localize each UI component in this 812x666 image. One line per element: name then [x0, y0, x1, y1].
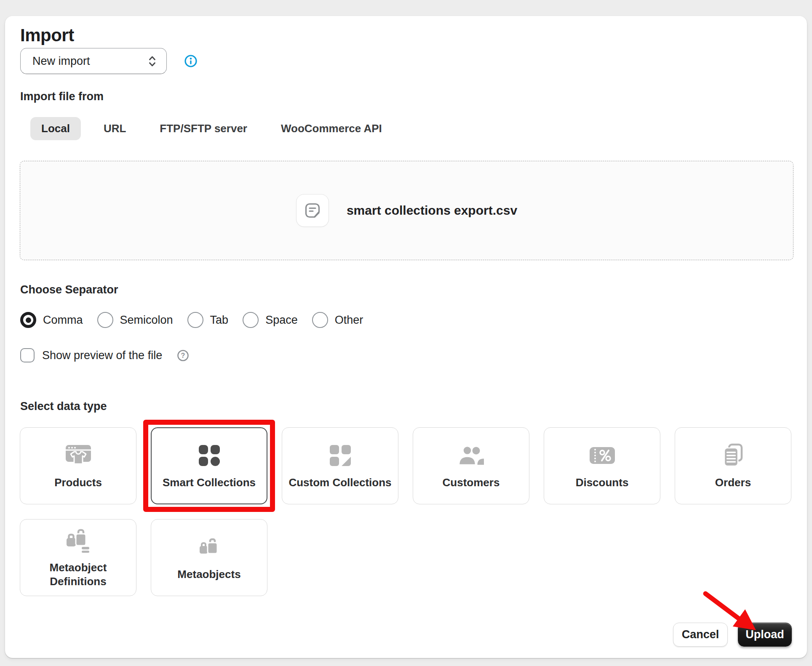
data-type-row-1: Products Smart Collections	[20, 427, 793, 504]
data-type-label: Customers	[443, 476, 500, 490]
import-type-select-value: New import	[32, 55, 147, 68]
preview-row: Show preview of the file ?	[20, 348, 189, 362]
tab-url[interactable]: URL	[93, 117, 137, 140]
radio-tab[interactable]	[187, 312, 203, 328]
data-type-label: Smart Collections	[163, 476, 256, 490]
radio-group-space: Space	[243, 312, 298, 328]
data-type-label: Metaobject Definitions	[26, 561, 130, 588]
help-icon[interactable]: ?	[177, 349, 189, 362]
source-tabs: Local URL FTP/SFTP server WooCommerce AP…	[30, 117, 393, 140]
data-type-label: Custom Collections	[288, 476, 391, 490]
data-type-label: Metaobjects	[177, 567, 240, 581]
metaobject-definitions-icon	[66, 527, 91, 554]
show-preview-checkbox[interactable]	[20, 348, 35, 362]
info-icon[interactable]	[184, 54, 198, 68]
data-type-card-orders[interactable]: Orders	[675, 427, 791, 504]
import-type-select[interactable]: New import	[20, 48, 167, 74]
data-type-row-2: Metaobject Definitions Metaobjects	[20, 519, 793, 596]
data-type-card-metaobject-definitions[interactable]: Metaobject Definitions	[20, 519, 136, 596]
smart-collections-highlight-wrap: Smart Collections	[151, 427, 267, 504]
section-heading-datatype: Select data type	[20, 400, 107, 413]
data-type-label: Orders	[715, 476, 751, 490]
radio-tab-label: Tab	[210, 314, 229, 327]
page-title: Import	[20, 25, 74, 45]
data-type-label: Products	[54, 476, 102, 490]
discounts-icon	[589, 442, 615, 469]
file-dropzone[interactable]: smart collections export.csv	[20, 161, 793, 260]
radio-comma-label: Comma	[43, 314, 83, 327]
import-dialog-card: Import New import Import file from Local…	[5, 16, 807, 658]
radio-space-label: Space	[265, 314, 298, 327]
custom-collections-icon	[329, 442, 352, 469]
radio-group-other: Other	[312, 312, 363, 328]
data-type-card-smart-collections[interactable]: Smart Collections	[151, 427, 267, 504]
tab-ftp-sftp[interactable]: FTP/SFTP server	[149, 117, 258, 140]
metaobjects-icon	[199, 534, 220, 561]
radio-group-comma: Comma	[20, 312, 83, 328]
svg-text:?: ?	[181, 352, 185, 359]
radio-semicolon[interactable]	[97, 312, 113, 328]
show-preview-label: Show preview of the file	[42, 349, 162, 362]
chevron-updown-icon	[147, 55, 157, 68]
upload-button[interactable]: Upload	[738, 623, 792, 647]
radio-other[interactable]	[312, 312, 328, 328]
data-type-card-custom-collections[interactable]: Custom Collections	[282, 427, 398, 504]
radio-comma[interactable]	[20, 312, 36, 328]
radio-other-label: Other	[335, 314, 363, 327]
radio-space[interactable]	[243, 312, 259, 328]
radio-group-tab: Tab	[187, 312, 229, 328]
tab-local[interactable]: Local	[30, 117, 81, 140]
data-type-card-products[interactable]: Products	[20, 427, 136, 504]
tab-woocommerce-api[interactable]: WooCommerce API	[270, 117, 393, 140]
section-heading-source: Import file from	[20, 90, 104, 103]
data-type-grid: Products Smart Collections	[20, 427, 793, 596]
radio-semicolon-label: Semicolon	[120, 314, 173, 327]
file-tile	[296, 194, 329, 227]
data-type-card-discounts[interactable]: Discounts	[544, 427, 660, 504]
customers-icon	[458, 442, 485, 469]
orders-icon	[721, 442, 745, 469]
radio-group-semicolon: Semicolon	[97, 312, 173, 328]
uploaded-file-name: smart collections export.csv	[347, 203, 517, 218]
products-icon	[65, 442, 91, 469]
dialog-footer: Cancel Upload	[673, 623, 792, 647]
import-dialog-page: Import New import Import file from Local…	[0, 0, 812, 666]
data-type-card-metaobjects[interactable]: Metaobjects	[151, 519, 267, 596]
separator-options: Comma Semicolon Tab Space Other	[20, 312, 363, 328]
document-icon	[304, 202, 321, 218]
data-type-label: Discounts	[576, 476, 629, 490]
cancel-button[interactable]: Cancel	[673, 623, 728, 647]
section-heading-separator: Choose Separator	[20, 283, 118, 296]
data-type-card-customers[interactable]: Customers	[413, 427, 529, 504]
smart-collections-icon	[198, 442, 221, 469]
